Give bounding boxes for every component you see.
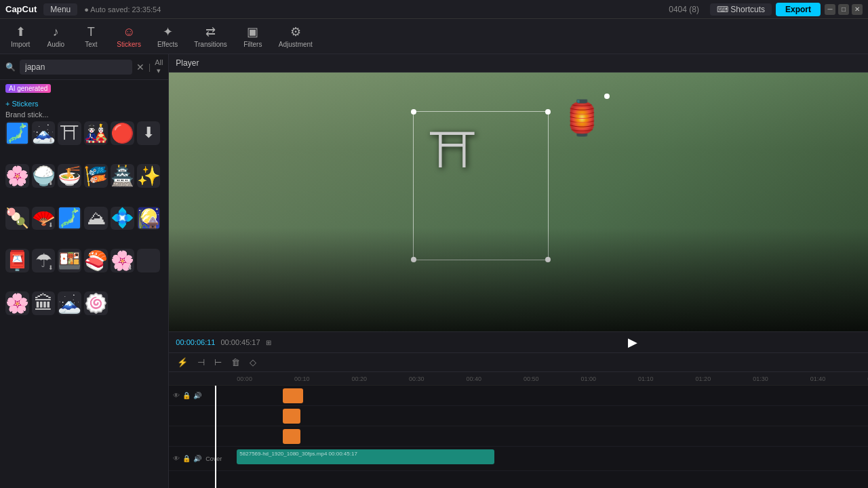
export-button[interactable]: Export bbox=[776, 3, 821, 16]
ruler-mark: 01:40 bbox=[810, 375, 826, 382]
sticker-item[interactable]: 🍥 bbox=[84, 291, 108, 315]
sticker-item[interactable]: 🌸⬇ bbox=[111, 249, 134, 272]
download-icon: ⬇ bbox=[48, 180, 54, 186]
frame-info-button[interactable]: ⊞ bbox=[266, 339, 271, 346]
audio-label: Audio bbox=[47, 41, 65, 48]
video-clip-label: 5827569-hd_1920_1080_30fps.mp4 00:00:45:… bbox=[237, 449, 360, 458]
play-button[interactable]: ▶ bbox=[277, 335, 868, 350]
toolbar-import[interactable]: ⬆ Import bbox=[4, 22, 37, 51]
minimize-button[interactable]: ─ bbox=[825, 4, 835, 15]
track-area-sticker2 bbox=[237, 406, 868, 426]
sticker-item[interactable]: ⛩ bbox=[58, 121, 81, 145]
sticker-item[interactable]: 🍜 bbox=[58, 164, 81, 188]
player-canvas[interactable]: ⛩ 🏮 おかし屋 bbox=[169, 73, 868, 331]
toolbar-text[interactable]: T Text bbox=[75, 22, 107, 51]
stickers-grid: 🗾 🗻⬇ ⛩ 🎎 🔴 ⬇ 🌸 🍚⬇ 🍜 🎏 🏯 ✨ 🍡 🪭⬇ 🗾 ⛰ 💠 bbox=[5, 121, 163, 331]
delete-button[interactable]: 🗑 bbox=[229, 356, 243, 369]
trim-end-button[interactable]: ⊢ bbox=[212, 356, 224, 369]
track-visibility[interactable]: 👁 bbox=[173, 392, 180, 399]
ruler-mark: 01:10 bbox=[638, 375, 654, 382]
search-input[interactable] bbox=[20, 60, 132, 75]
ruler-mark: 00:30 bbox=[409, 375, 425, 382]
track-controls-video: 👁 🔒 🔊 Cover bbox=[169, 455, 237, 462]
sticker-item[interactable]: 🗻⬇ bbox=[32, 121, 56, 145]
sticker-item[interactable]: 🍚⬇ bbox=[32, 164, 56, 188]
player-header: Player ≡ bbox=[169, 54, 868, 73]
sticker-item[interactable]: 📮 bbox=[5, 249, 29, 272]
sticker-item[interactable]: 🪭⬇ bbox=[32, 207, 56, 230]
track-clip[interactable] bbox=[283, 388, 303, 403]
project-title: 0404 (8) bbox=[669, 5, 699, 14]
sticker-item[interactable]: 🍱 bbox=[58, 249, 81, 272]
app-logo: CapCut bbox=[5, 4, 37, 14]
transitions-icon: ⇄ bbox=[205, 24, 216, 39]
track-row-video: 👁 🔒 🔊 Cover 5827569-hd_1920_1080_30fps.m… bbox=[169, 447, 868, 471]
sticker-item[interactable]: 🏛 bbox=[32, 291, 56, 315]
trim-start-button[interactable]: ⊣ bbox=[195, 356, 208, 369]
toolbar-audio[interactable]: ♪ Audio bbox=[39, 22, 72, 51]
main-video-clip[interactable]: 5827569-hd_1920_1080_30fps.mp4 00:00:45:… bbox=[237, 449, 494, 464]
sticker-item[interactable]: 🍡 bbox=[5, 207, 29, 230]
ruler-mark: 00:20 bbox=[351, 375, 367, 382]
track-lock[interactable]: 🔒 bbox=[182, 392, 191, 399]
toolbar-effects[interactable]: ✦ Effects bbox=[151, 22, 184, 51]
stickers-link[interactable]: + Stickers bbox=[5, 100, 39, 108]
track-audio[interactable]: 🔊 bbox=[193, 392, 201, 399]
sticker-item[interactable]: 🌸 bbox=[5, 291, 29, 315]
track-clip[interactable] bbox=[283, 429, 300, 444]
timeline-tracks: 👁 🔒 🔊 bbox=[169, 386, 868, 488]
time-current: 00:00:06:11 bbox=[176, 338, 215, 346]
sticker-item[interactable]: 🎎 bbox=[84, 121, 108, 145]
ruler-mark: 00:10 bbox=[294, 375, 310, 382]
close-button[interactable]: ✕ bbox=[852, 4, 863, 15]
download-icon: ⬇ bbox=[48, 137, 54, 144]
shortcuts-button[interactable]: ⌨ Shortcuts bbox=[710, 3, 772, 16]
text-label: Text bbox=[85, 41, 97, 48]
sticker-item[interactable] bbox=[137, 249, 161, 272]
track-clip[interactable] bbox=[283, 409, 300, 424]
transitions-label: Transitions bbox=[194, 41, 227, 48]
left-panel: 🔍 ✕ | All ▾ AI generated + Stickers Bran… bbox=[0, 54, 169, 488]
timeline: ⚡ ⊣ ⊢ 🗑 ◇ 🎤 📷 🎵 T ☺ — ⚙ 00:00 bbox=[169, 352, 868, 488]
autosave-status: ● Auto saved: 23:35:54 bbox=[84, 5, 669, 14]
center-area: Player ≡ ⛩ 🏮 bbox=[169, 54, 868, 488]
sticker-item[interactable]: 🎏 bbox=[84, 164, 108, 188]
import-icon: ⬆ bbox=[16, 24, 26, 39]
toolbar-filters[interactable]: ▣ Filters bbox=[237, 22, 269, 51]
toolbar-transitions[interactable]: ⇄ Transitions bbox=[187, 22, 234, 51]
filter-button[interactable]: All ▾ bbox=[155, 58, 163, 75]
sticker-item[interactable]: ⬇ bbox=[137, 121, 161, 145]
filters-icon: ▣ bbox=[247, 24, 258, 39]
sticker-item[interactable]: 🏯 bbox=[111, 164, 134, 188]
sticker-item[interactable]: 🌸 bbox=[5, 164, 29, 188]
rotate-handle[interactable] bbox=[604, 94, 610, 99]
track-audio-video[interactable]: 🔊 bbox=[193, 455, 201, 462]
main-area: 🔍 ✕ | All ▾ AI generated + Stickers Bran… bbox=[0, 54, 868, 488]
sticker-item[interactable]: 🍣 bbox=[84, 249, 108, 272]
sticker-item[interactable]: 🎑 bbox=[137, 207, 161, 230]
toolbar: ⬆ Import ♪ Audio T Text ☺ Stickers ✦ Eff… bbox=[0, 19, 868, 54]
ruler-mark: 01:00 bbox=[581, 375, 597, 382]
stickers-label: Stickers bbox=[117, 41, 141, 48]
sticker-item[interactable]: 🗻 bbox=[58, 291, 81, 315]
track-row-sticker3 bbox=[169, 426, 868, 447]
sticker-item[interactable]: ⛰ bbox=[84, 207, 108, 230]
time-total: 00:00:45:17 bbox=[220, 338, 260, 346]
sticker-item[interactable]: ✨ bbox=[137, 164, 161, 188]
sticker-item[interactable]: ☂⬇ bbox=[32, 249, 56, 272]
sticker-item[interactable]: 🔴 bbox=[111, 121, 134, 145]
clear-search-button[interactable]: ✕ bbox=[136, 62, 144, 73]
sticker-item[interactable]: 🗾 bbox=[58, 207, 81, 230]
window-controls: ─ □ ✕ bbox=[825, 4, 863, 15]
marker-button[interactable]: ◇ bbox=[247, 356, 259, 369]
toolbar-adjustment[interactable]: ⚙ Adjustment bbox=[272, 22, 319, 51]
maximize-button[interactable]: □ bbox=[838, 4, 849, 15]
track-lock-video[interactable]: 🔒 bbox=[182, 455, 191, 462]
timeline-ruler: 00:00 00:10 00:20 00:30 00:40 00:50 01:0… bbox=[169, 372, 868, 386]
sticker-item[interactable]: 💠 bbox=[111, 207, 134, 230]
toolbar-stickers[interactable]: ☺ Stickers bbox=[110, 22, 148, 51]
track-visibility-video[interactable]: 👁 bbox=[173, 455, 180, 462]
menu-button[interactable]: Menu bbox=[43, 3, 77, 16]
split-button[interactable]: ⚡ bbox=[174, 356, 191, 369]
sticker-item[interactable]: 🗾 bbox=[5, 121, 29, 145]
